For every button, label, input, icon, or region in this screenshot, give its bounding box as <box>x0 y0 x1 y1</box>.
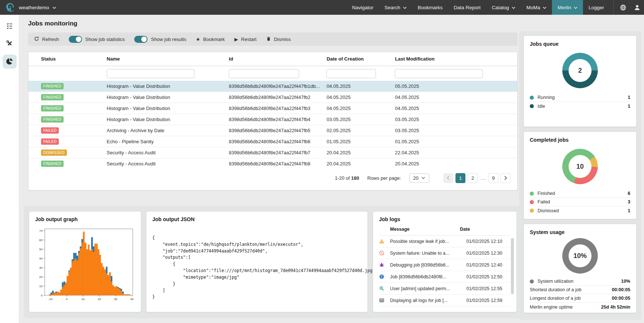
page-button-9[interactable]: 9 <box>488 173 498 183</box>
play-icon: ▶ <box>234 37 238 42</box>
nav-item-catalog[interactable]: Catalog <box>486 0 521 15</box>
logs-column-message: Message <box>390 227 460 235</box>
statistics-column: Jobs queue 2 Running1Idle1 Completed job… <box>519 31 641 320</box>
table-row[interactable]: FINISHEDHistogram - Value Distribution83… <box>28 81 517 92</box>
log-row[interactable]: Possible storage leak if job...01/02/202… <box>379 236 511 247</box>
job-name: Security - Access Audit <box>107 150 229 155</box>
y-tick-label: 50 <box>39 248 43 251</box>
page-button-1[interactable]: 1 <box>455 173 465 183</box>
log-date: 01/02/2025 12:30 <box>466 251 511 256</box>
column-header-status: Status <box>28 56 107 62</box>
status-badge: FAILED <box>41 138 59 145</box>
nav-item-logger[interactable]: Logger <box>583 0 610 15</box>
previous-page-button <box>443 173 453 183</box>
nav-item-navigator[interactable]: Navigator <box>346 0 379 15</box>
job-output-graph-panel: Job output graph 010203040506070-1001020… <box>29 211 141 312</box>
table-row[interactable]: FAILEDArchiving - Archive by Date8398d56… <box>28 125 517 136</box>
panel-title: Job logs <box>379 216 511 222</box>
histogram-orange-bar <box>73 260 75 295</box>
nav-item-merlin[interactable]: Merlin <box>552 0 583 15</box>
refresh-icon <box>34 36 39 42</box>
json-output: { "event.topics":"de/highqsoft/plankton/… <box>152 235 362 300</box>
table-row[interactable]: FINISHEDHistogram - Value Distribution83… <box>28 92 517 103</box>
app-logo-icon <box>5 2 16 13</box>
log-date: 01/02/2025 12:50 <box>466 274 511 279</box>
sidebar-item-job-monitoring[interactable] <box>3 55 17 69</box>
show-job-statistics-toggle[interactable]: Show job statistics <box>69 36 125 43</box>
user-profile-icon[interactable] <box>630 0 644 15</box>
job-created-date: 04.05.2025 <box>326 106 395 111</box>
table-row[interactable]: FAILEDEcho - Pipeline Sanity8398d56b6db2… <box>28 136 517 147</box>
histogram-orange-bar <box>106 273 107 295</box>
job-created-date: 20.04.2025 <box>326 150 395 155</box>
nav-item-moma[interactable]: MoMa <box>521 0 552 15</box>
histogram-orange-bar <box>94 244 96 295</box>
nav-item-data-report[interactable]: Data Report <box>448 0 486 15</box>
legend-label: Running <box>538 95 628 100</box>
logs-scrollbar[interactable] <box>511 238 514 294</box>
histogram-orange-bar <box>78 253 79 295</box>
histogram-orange-bar <box>60 290 62 295</box>
table-row[interactable]: FINISHEDHistogram - Value Distribution83… <box>28 114 517 125</box>
warning-icon <box>379 238 390 244</box>
histogram-orange-bar <box>99 255 101 295</box>
status-cell: FINISHED <box>28 161 107 167</box>
top-navigation: NavigatorSearchBookmarksData ReportCatal… <box>346 0 610 15</box>
rows-per-page-select[interactable]: 20 <box>409 173 429 183</box>
sidebar-item-job-tools[interactable] <box>3 37 17 51</box>
legend-label: Dismissed <box>538 208 628 213</box>
status-badge: FINISHED <box>41 83 64 89</box>
status-badge: FINISHED <box>41 116 64 123</box>
table-row[interactable]: FINISHEDSecurity - Access Audit8398d56b6… <box>28 158 517 168</box>
next-page-button[interactable] <box>501 173 511 183</box>
show-job-results-toggle[interactable]: Show job results <box>134 36 186 43</box>
dismiss-button[interactable]: Dismiss <box>266 36 291 42</box>
status-cell: FINISHED <box>28 94 107 100</box>
log-row[interactable]: Displaying all logs for job [...01/02/20… <box>379 295 511 306</box>
y-tick-label: 40 <box>39 257 43 260</box>
system-usage-panel: System usage 10% System utilization10%Sh… <box>523 224 637 313</box>
stat-value: 00:00:05 <box>612 296 630 301</box>
toggle-knob <box>141 37 147 42</box>
histogram-orange-bar <box>122 293 123 295</box>
job-name: Echo - Pipeline Sanity <box>107 139 229 144</box>
bookmark-button[interactable]: ★ Bookmark <box>196 37 225 42</box>
table-row[interactable]: DISMISSEDSecurity - Access Audit8398d56b… <box>28 147 517 158</box>
log-row[interactable]: Debugging job [8398d56b6...01/02/2025 12… <box>379 259 511 271</box>
restart-button[interactable]: ▶ Restart <box>234 37 257 42</box>
job-created-date: 04.05.2025 <box>326 95 395 100</box>
histogram-orange-bar <box>75 258 77 295</box>
filter-last-modification-input[interactable] <box>395 69 483 78</box>
trash-icon <box>266 36 271 42</box>
legend-dot <box>530 279 534 284</box>
refresh-button[interactable]: Refresh <box>34 36 59 42</box>
legend-label: Failed <box>538 199 628 205</box>
job-modified-date: 04.05.2025 <box>395 106 517 111</box>
legend-dot <box>530 96 534 100</box>
sidebar-item-job-list[interactable] <box>3 19 17 33</box>
table-row[interactable]: FINISHEDHistogram - Value Distribution83… <box>28 103 517 114</box>
log-row[interactable]: Job [8398d56b6db2480f8...01/02/2025 12:5… <box>379 271 511 283</box>
nav-item-bookmarks[interactable]: Bookmarks <box>412 0 448 15</box>
workspace-switcher[interactable]: weatherdemo <box>0 0 61 15</box>
logs-list: Possible storage leak if job...01/02/202… <box>379 236 511 306</box>
log-row[interactable]: System failure: Unable to a...01/02/2025… <box>379 247 511 259</box>
jobs-queue-legend: Running1Idle1 <box>530 93 630 110</box>
job-modified-date: 03.05.2025 <box>395 128 517 133</box>
legend-dot <box>530 192 534 196</box>
log-row[interactable]: User [admin] updated perm...01/02/2025 1… <box>379 283 511 295</box>
histogram-orange-bar <box>91 249 93 295</box>
language-globe-icon[interactable] <box>616 0 630 15</box>
filter-date-of-creation-input[interactable] <box>326 69 376 78</box>
main-content: Jobs monitoring Refresh Show job statist… <box>19 15 644 323</box>
job-id: 8398d56b6db2480f8e247aa22f447fb2 <box>229 95 326 100</box>
filter-id-input[interactable] <box>229 69 299 78</box>
nav-item-label: Catalog <box>492 5 509 10</box>
nav-item-search[interactable]: Search <box>379 0 412 15</box>
x-tick-label: 30 <box>114 298 117 301</box>
legend-dot <box>530 104 534 108</box>
dismiss-label: Dismiss <box>274 37 291 42</box>
rows-per-page-label: Rows per page: <box>367 175 401 181</box>
page-button-2[interactable]: 2 <box>468 173 478 183</box>
filter-name-input[interactable] <box>107 69 195 78</box>
